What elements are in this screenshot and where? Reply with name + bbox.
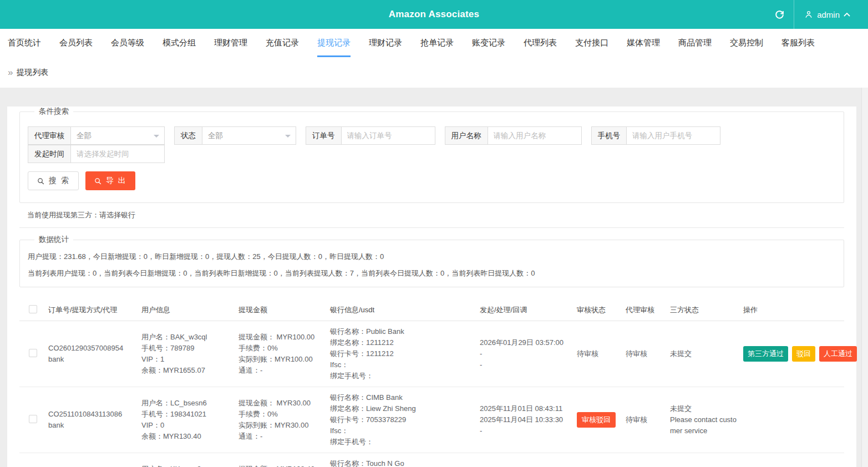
column-header: 订单号/提现方式/代理: [46, 300, 139, 321]
column-header: 操作: [741, 300, 844, 321]
select-value: 全部: [208, 131, 223, 141]
cell-line: 2026年01月29日 03:57:00: [480, 337, 572, 348]
cell-line: 待审核: [626, 348, 666, 359]
nav-tab-15[interactable]: 交易控制: [730, 29, 763, 57]
field-input[interactable]: [488, 126, 582, 145]
chevron-down-icon: [285, 135, 291, 140]
column-header: 用户信息: [139, 300, 236, 321]
breadcrumb-icon: »: [8, 67, 13, 78]
cell-line: 用户名：LC_bsesn6: [141, 398, 234, 409]
stats-line-current: 当前列表用户提现：0，当前列表今日新增提现：0，当前列表昨日新增提现：0，当前列…: [28, 267, 836, 280]
select-all-checkbox[interactable]: [29, 305, 37, 313]
nav-tab-3[interactable]: 会员等级: [111, 29, 144, 57]
cell-user: 用户名：BAK_w3cql手机号：789789VIP：1余额：MYR1655.0…: [139, 321, 236, 387]
cell-line: 银行卡号：1211212: [330, 348, 475, 359]
field-input[interactable]: [626, 126, 720, 145]
cell-audit-status: 审核驳回: [575, 387, 623, 453]
search-fields: 代理审核全部状态全部订单号用户名称手机号发起时间: [28, 126, 836, 163]
nav-tab-10[interactable]: 账变记录: [472, 29, 505, 57]
cell-line: 提现金额： MYR30.00: [238, 398, 326, 409]
cell-line: Please contact customer service: [670, 414, 739, 436]
nav-tab-2[interactable]: 会员列表: [59, 29, 93, 57]
search-field: 代理审核全部: [28, 126, 165, 145]
export-button-label: 导 出: [106, 176, 127, 186]
export-button[interactable]: 导 出: [85, 171, 135, 190]
cell-order: CO2511010843113086bank: [46, 387, 139, 453]
cell-line: 余额：MYR130.40: [141, 431, 234, 442]
nav-tab-5[interactable]: 理财管理: [214, 29, 247, 57]
cell-third-status: 未提交Contact CS: [668, 453, 741, 467]
cell-line: 提现金额： MYR100.00: [238, 332, 326, 343]
cell-agent-audit: 待审核: [623, 321, 668, 387]
cell-actions: 第三方通过驳回人工通过: [741, 321, 844, 387]
select-value: 全部: [77, 131, 92, 141]
search-field: 订单号: [306, 126, 435, 145]
content-area: 条件搜索 代理审核全部状态全部订单号用户名称手机号发起时间 搜 索 导 出 当前…: [0, 88, 868, 467]
field-label: 状态: [174, 126, 202, 145]
cell-line: 银行名称：CIMB Bank: [330, 392, 475, 403]
nav-tab-12[interactable]: 支付接口: [575, 29, 608, 57]
checkbox-cell: [19, 387, 46, 453]
cell-line: -: [480, 359, 572, 370]
cell-amount: 提现金额： MYR30.00手续费：0%实际到账：MYR30.00通道：-: [236, 387, 328, 453]
cell-line: 余额：MYR1655.07: [141, 365, 234, 376]
search-button[interactable]: 搜 索: [28, 171, 79, 190]
audit-status-text: 待审核: [577, 349, 598, 358]
row-checkbox[interactable]: [29, 415, 37, 423]
cell-third-status: 未提交: [668, 321, 741, 387]
manual-pass-button[interactable]: 人工通过: [819, 346, 857, 362]
reject-button[interactable]: 驳回: [792, 346, 815, 362]
cell-line: CO2511010843113086: [48, 409, 137, 420]
person-icon: [804, 10, 813, 19]
cell-audit-status: 待审核: [575, 321, 623, 387]
cell-line: 用户名：BAK_w3cql: [141, 332, 234, 343]
nav-tab-13[interactable]: 媒体管理: [627, 29, 660, 57]
cell-line: CO2601290357008954: [48, 343, 137, 354]
cell-order: CO2510310304426411bank: [46, 453, 139, 467]
cell-line: -: [480, 348, 572, 359]
field-label: 发起时间: [28, 145, 70, 163]
row-checkbox[interactable]: [29, 349, 37, 357]
breadcrumb: » 提现列表: [0, 57, 868, 88]
cell-time: 2026年01月29日 03:57:00--: [478, 321, 575, 387]
search-field: 状态全部: [174, 126, 296, 145]
filter-select[interactable]: 全部: [70, 126, 165, 145]
nav-tab-14[interactable]: 商品管理: [678, 29, 712, 57]
withdrawals-table: 订单号/提现方式/代理用户信息提现金额银行信息/usdt发起/处理/回调审核状态…: [19, 300, 844, 467]
search-field: 用户名称: [445, 126, 582, 145]
cell-line: 2025年11月01日 08:43:11: [480, 403, 572, 414]
cell-order: CO2601290357008954bank: [46, 321, 139, 387]
cell-bank: 银行名称：CIMB Bank绑定名称：Liew Zhi Sheng银行卡号：70…: [328, 387, 478, 453]
nav-tab-9[interactable]: 抢单记录: [420, 29, 454, 57]
nav-tab-11[interactable]: 代理列表: [524, 29, 557, 57]
column-header: 代理审核: [623, 300, 668, 321]
nav-tab-1[interactable]: 首页统计: [8, 29, 41, 57]
nav-tab-4[interactable]: 模式分组: [163, 29, 196, 57]
search-icon: [37, 177, 45, 185]
cell-line: Ifsc：: [330, 425, 475, 436]
checkbox-cell: [19, 321, 46, 387]
cell-user: 用户名：KX_auw9手机号：183666385VIP：0余额：MYR108.4…: [139, 453, 236, 467]
user-menu[interactable]: admin: [794, 0, 860, 29]
cell-line: 通道：-: [238, 431, 326, 442]
search-legend: 条件搜索: [34, 106, 73, 116]
column-header: 三方状态: [668, 300, 741, 321]
cell-line: 未提交: [670, 403, 739, 414]
field-label: 用户名称: [445, 126, 488, 145]
cell-line: 2025年11月04日 10:33:30: [480, 414, 572, 425]
cell-bank: 银行名称：Touch N Go绑定名称：lim tze kian银行卡号：180…: [328, 453, 478, 467]
field-input[interactable]: [341, 126, 435, 145]
nav-tab-7[interactable]: 提现记录: [317, 29, 351, 57]
nav-tab-6[interactable]: 充值记录: [266, 29, 299, 57]
third-party-pass-button[interactable]: 第三方通过: [743, 346, 788, 362]
field-input[interactable]: [70, 145, 165, 163]
nav-tab-8[interactable]: 理财记录: [369, 29, 402, 57]
topbar: Amazon Associates admin: [0, 0, 868, 29]
stats-fieldset: 数据统计 用户提现：231.68，今日新增提现：0，昨日新增提现：0，提现人数：…: [19, 235, 844, 287]
search-field: 发起时间: [28, 145, 165, 163]
cell-line: VIP：0: [141, 420, 234, 431]
scrollbar[interactable]: [861, 88, 868, 467]
nav-tab-16[interactable]: 客服列表: [781, 29, 815, 57]
refresh-button[interactable]: [765, 0, 794, 29]
filter-select[interactable]: 全部: [202, 126, 296, 145]
